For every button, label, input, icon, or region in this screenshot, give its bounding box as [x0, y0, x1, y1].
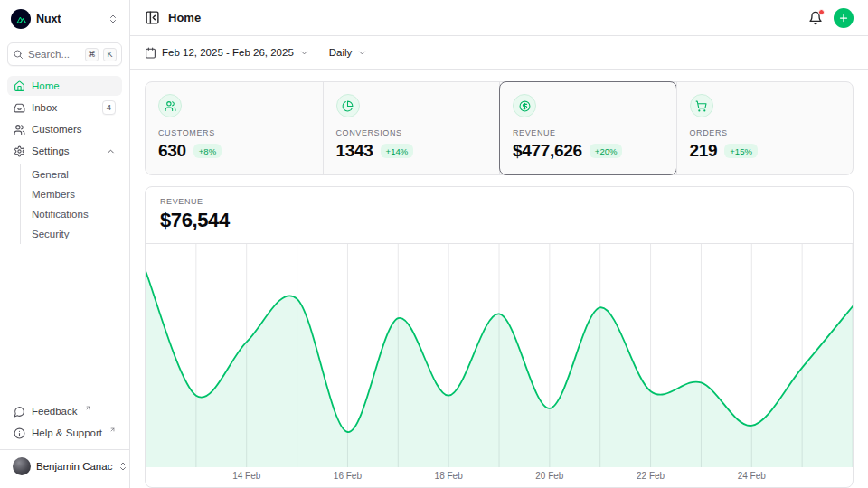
sidebar-item-home[interactable]: Home	[7, 76, 122, 96]
stat-value: 630	[158, 141, 186, 161]
page-title: Home	[168, 11, 201, 24]
calendar-icon	[145, 47, 156, 59]
stat-card-customers[interactable]: CUSTOMERS 630 +8%	[146, 82, 323, 174]
users-icon	[14, 124, 25, 136]
delta-badge: +14%	[381, 144, 414, 158]
notifications-button[interactable]	[808, 11, 823, 25]
settings-sub-list: General Members Notifications Security	[20, 164, 122, 244]
sidebar-nav: Home Inbox 4 Customers Settings Gener	[7, 76, 122, 246]
stat-value: 1343	[336, 141, 373, 161]
period-label: Daily	[329, 47, 353, 58]
chart-plot-area[interactable]	[146, 244, 853, 467]
kbd-k: K	[103, 48, 117, 61]
sidebar-item-members[interactable]: Members	[21, 184, 122, 204]
sidebar-item-general[interactable]: General	[21, 164, 122, 184]
panel-left-close-icon	[145, 10, 160, 25]
stat-card-revenue[interactable]: REVENUE $477,626 +20%	[499, 82, 676, 174]
delta-badge: +15%	[724, 144, 758, 158]
chevron-down-icon	[357, 48, 367, 58]
feedback-link[interactable]: Feedback	[7, 401, 122, 421]
notification-dot	[818, 9, 825, 15]
stat-label: CONVERSIONS	[336, 128, 487, 137]
plus-icon	[838, 13, 849, 23]
users-icon	[158, 94, 182, 117]
main-panel: Home Feb 12, 2025 - Feb 26, 2025 Daily	[130, 0, 868, 488]
x-axis-tick: 20 Feb	[535, 471, 563, 481]
sub-item-label: General	[32, 169, 69, 180]
date-range-label: Feb 12, 2025 - Feb 26, 2025	[162, 47, 294, 58]
delta-badge: +8%	[193, 144, 222, 158]
period-select[interactable]: Daily	[329, 47, 368, 58]
chevron-down-icon	[299, 48, 309, 58]
search-input[interactable]: Search... ⌘ K	[7, 42, 122, 66]
inbox-count-badge: 4	[102, 100, 116, 114]
x-axis-tick: 22 Feb	[637, 471, 665, 481]
header-actions	[808, 8, 854, 28]
x-axis-tick: 16 Feb	[334, 471, 362, 481]
pie-chart-icon	[336, 94, 360, 117]
chart-metric-label: REVENUE	[160, 197, 838, 206]
sidebar-item-settings[interactable]: Settings	[7, 141, 122, 161]
sidebar-footer: Feedback Help & Support Benjamin Canac	[7, 401, 122, 488]
inbox-icon	[14, 102, 25, 114]
footer-item-label: Feedback	[32, 406, 78, 417]
main-header: Home	[130, 0, 868, 36]
nuxt-logo-icon	[11, 9, 31, 29]
revenue-chart	[146, 244, 853, 467]
chevrons-up-down-icon	[108, 14, 118, 24]
gear-icon	[14, 145, 25, 157]
help-support-link[interactable]: Help & Support	[7, 423, 122, 443]
stat-value: $477,626	[513, 141, 582, 161]
sub-item-label: Notifications	[32, 209, 89, 220]
sidebar-item-label: Inbox	[32, 102, 57, 113]
sidebar-item-label: Home	[32, 80, 60, 91]
sidebar-item-label: Settings	[32, 145, 70, 156]
brand-name: Nuxt	[36, 13, 61, 25]
user-section: Benjamin Canac	[0, 449, 129, 483]
dollar-circle-icon	[513, 94, 536, 117]
revenue-chart-card: REVENUE $76,544 14 Feb 16 Feb 18 Feb 20 …	[145, 186, 854, 488]
stat-card-orders[interactable]: ORDERS 219 +15%	[676, 82, 854, 174]
stat-value: 219	[690, 141, 718, 161]
sidebar-item-notifications[interactable]: Notifications	[21, 204, 122, 224]
collapse-sidebar-button[interactable]	[145, 10, 160, 25]
delta-badge: +20%	[590, 144, 623, 158]
x-axis-tick: 18 Feb	[435, 471, 463, 481]
stat-card-conversions[interactable]: CONVERSIONS 1343 +14%	[323, 82, 500, 174]
team-switcher[interactable]: Nuxt	[7, 7, 122, 31]
stat-label: ORDERS	[690, 128, 841, 137]
search-placeholder: Search...	[28, 49, 80, 60]
toolbar: Feb 12, 2025 - Feb 26, 2025 Daily	[130, 36, 868, 70]
sub-item-label: Security	[32, 229, 70, 239]
cart-icon	[690, 94, 713, 117]
chart-header: REVENUE $76,544	[146, 187, 853, 244]
sidebar-item-inbox[interactable]: Inbox 4	[7, 98, 122, 117]
external-link-icon	[85, 405, 91, 411]
x-axis-tick: 24 Feb	[738, 471, 766, 481]
sidebar-item-label: Customers	[32, 124, 82, 135]
user-name: Benjamin Canac	[36, 461, 112, 472]
footer-item-label: Help & Support	[32, 427, 102, 438]
home-icon	[14, 80, 25, 92]
x-axis-tick: 14 Feb	[232, 471, 260, 481]
chevron-up-icon	[106, 146, 116, 156]
chart-x-axis: 14 Feb 16 Feb 18 Feb 20 Feb 22 Feb 24 Fe…	[146, 467, 853, 487]
sidebar: Nuxt Search... ⌘ K Home Inbox 4	[0, 0, 130, 488]
message-bubble-icon	[14, 406, 25, 418]
add-button[interactable]	[834, 8, 854, 28]
search-icon	[13, 49, 24, 60]
user-menu-button[interactable]: Benjamin Canac	[7, 455, 122, 478]
date-range-picker[interactable]: Feb 12, 2025 - Feb 26, 2025	[145, 47, 309, 59]
dashboard-content: CUSTOMERS 630 +8% CONVERSIONS 1343 +14%	[130, 70, 868, 488]
external-link-icon	[109, 427, 116, 433]
sub-item-label: Members	[32, 189, 75, 200]
sidebar-item-security[interactable]: Security	[21, 224, 122, 244]
chevrons-up-down-icon	[118, 461, 128, 472]
stat-label: REVENUE	[513, 128, 664, 137]
chart-metric-value: $76,544	[160, 209, 838, 232]
info-circle-icon	[14, 427, 25, 439]
stats-group: CUSTOMERS 630 +8% CONVERSIONS 1343 +14%	[145, 81, 854, 175]
kbd-meta: ⌘	[85, 48, 99, 61]
user-avatar	[13, 457, 31, 475]
sidebar-item-customers[interactable]: Customers	[7, 119, 122, 139]
